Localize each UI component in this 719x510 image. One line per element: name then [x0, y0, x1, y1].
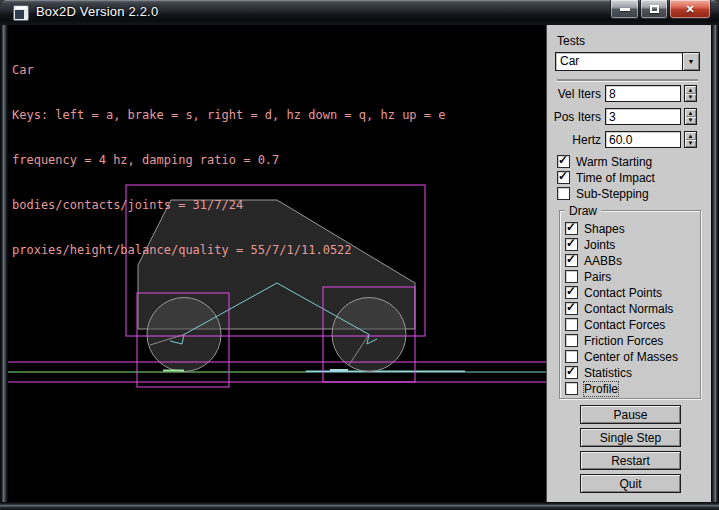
maximize-button[interactable] [640, 0, 668, 19]
window-frame-left [0, 25, 8, 502]
checkbox-statistics[interactable]: ✓ Statistics [565, 366, 632, 379]
vel-iters-spin-down-button[interactable]: ▼ [685, 94, 696, 102]
checkbox-label: Profile [584, 382, 618, 396]
checkbox-label: Joints [584, 238, 615, 252]
stats-line-proxies: proxies/height/balance/quality = 55/7/1/… [12, 243, 445, 258]
check-icon: ✓ [566, 220, 576, 234]
checkbox-contact-normals[interactable]: ✓ Contact Normals [565, 302, 673, 315]
pos-iters-spinner: ▲ ▼ [684, 108, 697, 125]
restart-button[interactable]: Restart [580, 451, 681, 470]
checkbox-aabbs[interactable]: ✓ AABBs [565, 254, 622, 267]
app-icon[interactable] [13, 5, 29, 21]
stats-line-test-name: Car [12, 63, 445, 78]
checkbox-label: Friction Forces [584, 334, 663, 348]
control-panel: Tests Car ▼ Vel Iters ▲ ▼ Pos Iters ▲ [546, 25, 711, 502]
chevron-down-icon: ▼ [688, 58, 695, 65]
checkbox-box[interactable]: ✓ [557, 187, 570, 200]
single-step-button[interactable]: Single Step [580, 428, 681, 447]
checkbox-box[interactable]: ✓ [565, 366, 578, 379]
checkbox-shapes[interactable]: ✓ Shapes [565, 222, 625, 235]
checkbox-box[interactable]: ✓ [557, 155, 570, 168]
checkbox-sub-stepping[interactable]: ✓ Sub-Stepping [557, 187, 649, 200]
hertz-spinner: ▲ ▼ [684, 131, 697, 148]
checkbox-label: Shapes [584, 222, 625, 236]
stats-line-keys: Keys: left = a, brake = s, right = d, hz… [12, 108, 445, 123]
tests-dropdown-button[interactable]: ▼ [682, 53, 699, 70]
checkbox-box[interactable]: ✓ [565, 350, 578, 363]
checkbox-box[interactable]: ✓ [565, 254, 578, 267]
check-icon: ✓ [558, 153, 568, 167]
tests-dropdown[interactable]: Car ▼ [555, 52, 700, 71]
app-icon-titlebar-stripe [15, 7, 27, 9]
checkbox-box[interactable]: ✓ [565, 334, 578, 347]
check-icon: ✓ [566, 236, 576, 250]
client-area: Car Keys: left = a, brake = s, right = d… [8, 25, 711, 502]
checkbox-box[interactable]: ✓ [565, 222, 578, 235]
checkbox-contact-forces[interactable]: ✓ Contact Forces [565, 318, 665, 331]
spinner-down-icon: ▼ [688, 117, 694, 123]
checkbox-box[interactable]: ✓ [565, 270, 578, 283]
checkbox-box[interactable]: ✓ [565, 238, 578, 251]
close-button[interactable]: ✕ [669, 0, 711, 19]
spinner-up-icon: ▲ [688, 110, 694, 116]
tests-label: Tests [557, 34, 585, 48]
window-frame-bottom [0, 502, 719, 510]
checkbox-box[interactable]: ✓ [565, 318, 578, 331]
hertz-spin-up-button[interactable]: ▲ [685, 132, 696, 140]
stats-line-bodies: bodies/contacts/joints = 31/7/24 [12, 198, 445, 213]
checkbox-contact-points[interactable]: ✓ Contact Points [565, 286, 662, 299]
checkbox-box[interactable]: ✓ [565, 286, 578, 299]
maximize-icon [650, 5, 659, 13]
app-icon-pane [15, 10, 24, 19]
check-icon: ✓ [558, 169, 568, 183]
titlebar[interactable]: Box2D Version 2.2.0 ✕ [0, 0, 719, 25]
pos-iters-spin-up-button[interactable]: ▲ [685, 109, 696, 117]
spinner-down-icon: ▼ [688, 140, 694, 146]
window-controls: ✕ [610, 0, 711, 19]
checkbox-label: Pairs [584, 270, 611, 284]
checkbox-time-of-impact[interactable]: ✓ Time of Impact [557, 171, 655, 184]
spinner-up-icon: ▲ [688, 133, 694, 139]
check-icon: ✓ [566, 364, 576, 378]
app-window: Box2D Version 2.2.0 ✕ Car Keys: left = a… [0, 0, 719, 510]
draw-groupbox: Draw ✓ Shapes ✓ Joints ✓ AABBs ✓ Pairs [559, 210, 701, 399]
checkbox-box[interactable]: ✓ [557, 171, 570, 184]
checkbox-label: Time of Impact [576, 171, 655, 185]
minimize-icon [620, 8, 630, 11]
window-title: Box2D Version 2.2.0 [36, 4, 158, 19]
separator [557, 79, 698, 81]
checkbox-box[interactable]: ✓ [565, 302, 578, 315]
minimize-button[interactable] [610, 0, 639, 19]
physics-canvas[interactable]: Car Keys: left = a, brake = s, right = d… [8, 25, 546, 502]
checkbox-label: Contact Points [584, 286, 662, 300]
pos-iters-row: Pos Iters ▲ ▼ [547, 108, 697, 125]
checkbox-label: AABBs [584, 254, 622, 268]
vel-iters-spinner: ▲ ▼ [684, 85, 697, 102]
quit-button[interactable]: Quit [580, 474, 681, 493]
hertz-input[interactable] [605, 131, 681, 148]
checkbox-pairs[interactable]: ✓ Pairs [565, 270, 611, 283]
checkbox-joints[interactable]: ✓ Joints [565, 238, 615, 251]
pos-iters-input[interactable] [605, 108, 681, 125]
hertz-spin-down-button[interactable]: ▼ [685, 140, 696, 148]
checkbox-center-of-masses[interactable]: ✓ Center of Masses [565, 350, 678, 363]
pause-button[interactable]: Pause [580, 405, 681, 424]
checkbox-warm-starting[interactable]: ✓ Warm Starting [557, 155, 652, 168]
check-icon: ✓ [566, 252, 576, 266]
stats-line-frequency: frequency = 4 hz, damping ratio = 0.7 [12, 153, 445, 168]
check-icon: ✓ [566, 284, 576, 298]
checkbox-friction-forces[interactable]: ✓ Friction Forces [565, 334, 663, 347]
vel-iters-input[interactable] [605, 85, 681, 102]
vel-iters-spin-up-button[interactable]: ▲ [685, 86, 696, 94]
checkbox-label: Contact Normals [584, 302, 673, 316]
pos-iters-spin-down-button[interactable]: ▼ [685, 117, 696, 125]
checkbox-profile[interactable]: ✓ Profile [565, 382, 618, 395]
check-icon: ✓ [566, 300, 576, 314]
checkbox-label: Contact Forces [584, 318, 665, 332]
checkbox-box[interactable]: ✓ [565, 382, 578, 395]
vel-iters-label: Vel Iters [547, 87, 605, 101]
vel-iters-row: Vel Iters ▲ ▼ [547, 85, 697, 102]
checkbox-label: Statistics [584, 366, 632, 380]
checkbox-label: Warm Starting [576, 155, 652, 169]
spinner-down-icon: ▼ [688, 94, 694, 100]
